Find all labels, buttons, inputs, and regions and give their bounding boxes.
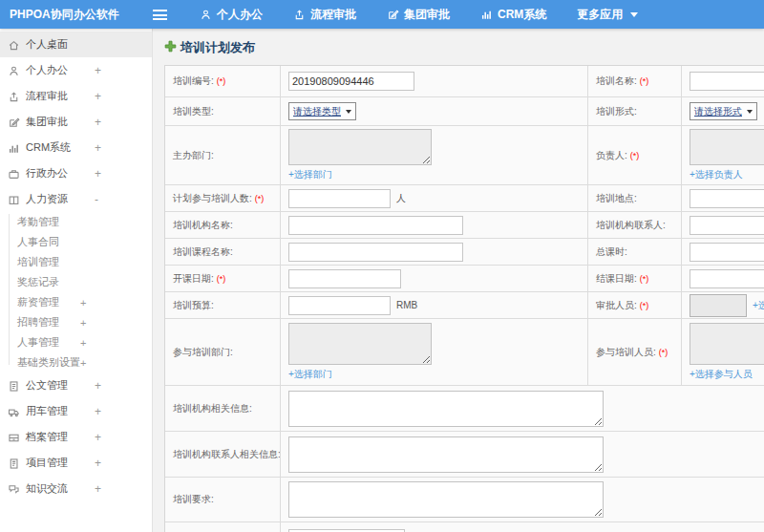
planned-count-input[interactable] xyxy=(288,189,391,208)
sidebar-hr-submenu: 考勤管理 人事合同 培训管理 奖惩记录 薪资管理 + 招聘管理 + 人事管理 +… xyxy=(0,212,152,372)
location-input[interactable] xyxy=(690,189,764,208)
page-head: 培训计划发布 xyxy=(164,39,764,56)
sidebar-item-admin-office[interactable]: 行政办公 + xyxy=(0,160,152,186)
sidebar-item-archive[interactable]: 档案管理 + xyxy=(0,424,152,450)
field-label: 培训机构联系人: xyxy=(596,219,666,232)
sidebar-item-training[interactable]: 培训管理 xyxy=(0,252,152,272)
required-mark: (*) xyxy=(255,194,265,203)
join-dept-textarea[interactable] xyxy=(288,323,432,365)
training-type-select[interactable]: 请选择类型 xyxy=(288,102,356,120)
join-user-textarea[interactable] xyxy=(690,323,764,365)
nav-crm[interactable]: CRM系统 xyxy=(480,7,546,23)
training-mode-select[interactable]: 请选择形式 xyxy=(690,102,757,120)
requirement-textarea[interactable] xyxy=(288,481,604,518)
sidebar-item-crm[interactable]: CRM系统 + xyxy=(0,135,152,160)
training-name-input[interactable] xyxy=(690,72,764,91)
org-name-input[interactable] xyxy=(288,216,463,235)
required-mark: (*) xyxy=(659,348,668,357)
required-mark: (*) xyxy=(640,274,649,284)
org-info-textarea[interactable] xyxy=(288,391,604,427)
org-contact-info-textarea[interactable] xyxy=(288,436,604,473)
unit-suffix: 人 xyxy=(396,192,406,205)
file-icon xyxy=(8,379,20,392)
field-label: 培训要求: xyxy=(173,493,214,506)
select-join-dept-link[interactable]: +选择部门 xyxy=(288,368,332,381)
leader-textarea[interactable] xyxy=(690,129,764,165)
sidebar-item-workflow[interactable]: 流程审批 + xyxy=(0,83,152,109)
truck-icon xyxy=(8,405,20,417)
select-dept-link[interactable]: +选择部门 xyxy=(288,168,332,181)
sidebar-item-personnel[interactable]: 人事管理 + xyxy=(0,332,152,352)
menu-toggle-icon[interactable] xyxy=(153,10,167,20)
end-date-input[interactable] xyxy=(690,269,764,288)
field-label: 培训名称: xyxy=(596,74,637,88)
field-label: 参与培训人员: xyxy=(596,346,656,359)
sidebar-item-attendance[interactable]: 考勤管理 xyxy=(0,212,152,232)
caret-down-icon xyxy=(630,12,638,17)
field-label: 培训课程名称: xyxy=(173,245,233,259)
training-plan-form: 培训编号:(*) 培训名称:(*) 培训类型: 请选择类型 培训形式: 请选择形… xyxy=(164,65,764,532)
field-label: 培训机构相关信息: xyxy=(173,402,252,415)
sidebar-item-group-approval[interactable]: 集团审批 + xyxy=(0,109,152,135)
host-dept-textarea[interactable] xyxy=(288,129,432,165)
select-approver-link[interactable]: +选择审批人员 xyxy=(753,299,764,312)
caret-down-icon xyxy=(747,110,753,114)
upload-icon xyxy=(293,9,306,21)
sidebar-item-hr[interactable]: 人力资源 - xyxy=(0,186,152,212)
field-label: 培训形式: xyxy=(596,105,637,118)
edit-icon xyxy=(8,116,20,128)
nav-more-apps[interactable]: 更多应用 xyxy=(577,7,638,23)
start-date-input[interactable] xyxy=(288,269,401,288)
org-contact-input[interactable] xyxy=(690,216,764,235)
nav-personal-office[interactable]: 个人办公 xyxy=(200,7,263,23)
caret-down-icon xyxy=(346,110,351,114)
sidebar: 个人桌面 个人办公 + 流程审批 + 集团审批 + CRM系统 + 行政办公 +… xyxy=(0,29,153,532)
user-icon xyxy=(200,9,212,21)
nav-workflow-approval[interactable]: 流程审批 xyxy=(293,7,356,23)
field-label: 培训预算: xyxy=(173,299,214,312)
sidebar-item-recruit[interactable]: 招聘管理 + xyxy=(0,312,152,332)
field-label: 审批人员: xyxy=(596,299,637,312)
field-label: 结课日期: xyxy=(596,272,637,286)
home-icon xyxy=(8,38,20,51)
required-mark: (*) xyxy=(630,151,640,160)
attachment-input[interactable] xyxy=(288,529,405,532)
sidebar-item-knowledge[interactable]: 知识交流 + xyxy=(0,476,152,501)
sidebar-item-desktop[interactable]: 个人桌面 xyxy=(0,32,152,57)
bar-chart-icon xyxy=(480,9,493,21)
archive-icon xyxy=(8,431,20,443)
briefcase-icon xyxy=(8,167,20,180)
field-label: 培训地点: xyxy=(596,192,637,205)
user-icon xyxy=(8,64,20,76)
sidebar-item-project[interactable]: 项目管理 + xyxy=(0,450,152,476)
field-label: 计划参与培训人数: xyxy=(173,192,252,205)
plus-icon xyxy=(164,39,177,56)
currency-suffix: RMB xyxy=(396,300,417,310)
page-title: 培训计划发布 xyxy=(180,39,255,56)
sidebar-item-base-category[interactable]: 基础类别设置 + xyxy=(0,352,152,372)
sidebar-item-hr-contract[interactable]: 人事合同 xyxy=(0,232,152,252)
sidebar-item-personal-office[interactable]: 个人办公 + xyxy=(0,57,152,83)
training-no-input[interactable] xyxy=(288,72,414,91)
notebook-icon xyxy=(8,457,20,469)
budget-input[interactable] xyxy=(288,296,391,315)
select-join-user-link[interactable]: +选择参与人员 xyxy=(690,368,753,381)
select-leader-link[interactable]: +选择负责人 xyxy=(690,168,743,181)
top-nav: 个人办公 流程审批 集团审批 CRM系统 更多应用 xyxy=(200,7,638,23)
nav-label: CRM系统 xyxy=(498,7,546,23)
chat-icon xyxy=(8,482,20,495)
bar-chart-icon xyxy=(8,141,20,154)
approver-input[interactable] xyxy=(690,294,747,317)
main-content: 培训计划发布 培训编号:(*) 培训名称:(*) 培训类型: 请选择类型 培训形… xyxy=(153,29,764,532)
course-name-input[interactable] xyxy=(288,243,463,262)
nav-group-approval[interactable]: 集团审批 xyxy=(387,7,450,23)
sidebar-item-document[interactable]: 公文管理 + xyxy=(0,372,152,398)
sidebar-item-salary[interactable]: 薪资管理 + xyxy=(0,292,152,312)
field-label: 培训类型: xyxy=(173,105,214,118)
sidebar-item-rewards[interactable]: 奖惩记录 xyxy=(0,272,152,292)
sidebar-item-vehicle[interactable]: 用车管理 + xyxy=(0,398,152,424)
app-logo: PHPOA协同办公软件 xyxy=(0,7,143,23)
nav-label: 更多应用 xyxy=(577,7,623,23)
total-hours-input[interactable] xyxy=(690,243,764,262)
field-label: 培训机构名称: xyxy=(173,219,233,232)
